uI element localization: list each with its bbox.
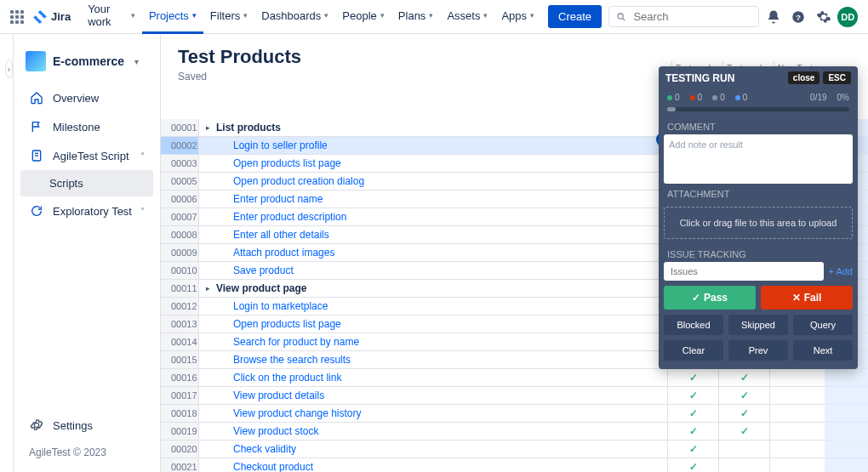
step-row[interactable]: 00021Checkout product✓ (161, 458, 868, 472)
toggle-icon[interactable]: ▸ (199, 123, 216, 132)
next-button[interactable]: Next (793, 340, 853, 361)
step-id: 00018 (161, 405, 199, 422)
step-id: 00013 (161, 316, 199, 333)
step-label[interactable]: Login to seller profile (216, 139, 667, 151)
step-id: 00009 (161, 244, 199, 261)
step-label[interactable]: View product page (216, 282, 667, 294)
result-cell[interactable]: ✓ (718, 423, 769, 440)
step-row[interactable]: 00017View product details✓✓ (161, 387, 868, 405)
result-cell[interactable] (769, 441, 820, 458)
result-cell[interactable]: ✓ (718, 369, 769, 386)
nav-item-plans[interactable]: Plans▾ (391, 0, 441, 34)
nav-item-people[interactable]: People▾ (335, 0, 391, 34)
step-id: 00012 (161, 298, 199, 315)
sidebar-item-exploratory-test[interactable]: Exploratory Test˅ (20, 196, 153, 225)
attachment-dropzone[interactable]: Click or drag file to this area to uploa… (664, 207, 853, 239)
toggle-icon[interactable]: ▸ (199, 284, 216, 293)
step-label[interactable]: Enter all other details (216, 229, 667, 241)
project-switcher[interactable]: E-commerce ▾ (20, 48, 153, 83)
panel-title: TESTING RUN (665, 72, 734, 84)
result-cell[interactable]: ✓ (667, 405, 718, 422)
collapse-sidebar-icon[interactable]: › (5, 60, 13, 78)
step-label[interactable]: Click on the product link (216, 372, 667, 384)
result-cell[interactable] (769, 423, 820, 440)
result-cell[interactable] (769, 458, 820, 472)
issue-input[interactable] (664, 262, 824, 281)
step-id: 00014 (161, 333, 199, 350)
settings-icon[interactable] (813, 6, 835, 28)
script-icon (29, 148, 44, 163)
blocked-button[interactable]: Blocked (664, 315, 723, 335)
result-cell[interactable] (769, 369, 820, 386)
step-label[interactable]: Login to marketplace (216, 300, 667, 312)
nav-item-your-work[interactable]: Your work▾ (81, 0, 142, 34)
chevron-down-icon: ▾ (134, 57, 139, 66)
result-cell[interactable]: ✓ (718, 387, 769, 404)
search-icon (616, 11, 626, 23)
clear-button[interactable]: Clear (664, 340, 723, 361)
step-id: 00010 (161, 262, 199, 279)
step-label[interactable]: Save product (216, 264, 667, 276)
sidebar-item-settings[interactable]: Settings (20, 411, 153, 440)
result-cell[interactable] (769, 387, 820, 404)
step-label[interactable]: View product details (216, 390, 667, 401)
main-content: Test Products Saved + Test prod...34813 … (160, 34, 868, 472)
search-box[interactable] (608, 6, 759, 27)
nav-item-projects[interactable]: Projects▾ (142, 0, 203, 34)
result-cell[interactable] (718, 441, 769, 458)
close-button[interactable]: close (788, 71, 820, 84)
sidebar-item-scripts[interactable]: Scripts (20, 170, 153, 196)
step-label[interactable]: Open products list page (216, 318, 667, 330)
sidebar-item-milestone[interactable]: Milestone (20, 112, 153, 141)
step-label[interactable]: View product change history (216, 407, 667, 419)
step-label[interactable]: Open products list page (216, 157, 667, 169)
step-id: 00001 (161, 119, 199, 136)
step-label[interactable]: Search for product by name (216, 336, 667, 348)
step-label[interactable]: List products (216, 122, 667, 134)
user-avatar[interactable]: DD (837, 7, 858, 27)
notifications-icon[interactable] (762, 6, 785, 28)
step-row[interactable]: 00020Check validity✓ (161, 441, 868, 458)
step-row[interactable]: 00019View product stock✓✓ (161, 423, 868, 441)
jira-logo[interactable]: Jira (32, 9, 71, 25)
prev-button[interactable]: Prev (728, 340, 788, 361)
step-row[interactable]: 00016Click on the product link✓✓ (161, 369, 868, 387)
skipped-button[interactable]: Skipped (728, 315, 788, 335)
step-label[interactable]: Browse the search results (216, 354, 667, 366)
result-cell[interactable]: ✓ (667, 458, 718, 472)
fail-button[interactable]: ✕ Fail (761, 286, 853, 310)
result-cell[interactable]: ✓ (667, 369, 718, 386)
pass-icon: ✓ (689, 407, 698, 419)
nav-item-filters[interactable]: Filters▾ (203, 0, 254, 34)
nav-item-assets[interactable]: Assets▾ (440, 0, 494, 34)
search-input[interactable] (631, 9, 751, 24)
step-label[interactable]: Attach product images (216, 247, 667, 259)
step-label[interactable]: Check validity (216, 443, 667, 455)
sidebar-item-label: Exploratory Test (53, 205, 132, 218)
sidebar-item-agiletest-script[interactable]: AgileTest Script˄ (20, 141, 153, 170)
add-issue-button[interactable]: + Add (829, 266, 853, 276)
step-label[interactable]: Enter product name (216, 193, 667, 205)
nav-item-apps[interactable]: Apps▾ (494, 0, 541, 34)
esc-hint: ESC (823, 71, 851, 84)
query-button[interactable]: Query (793, 315, 853, 335)
step-label[interactable]: View product stock (216, 425, 667, 437)
step-label[interactable]: Checkout product (216, 461, 667, 472)
result-cell[interactable] (769, 405, 820, 422)
sidebar-item-overview[interactable]: Overview (20, 83, 153, 112)
result-cell[interactable]: ✓ (667, 441, 718, 458)
nav-item-dashboards[interactable]: Dashboards▾ (254, 0, 335, 34)
app-switcher-icon[interactable] (10, 10, 24, 24)
loop-icon (29, 203, 44, 219)
pass-button[interactable]: ✓ Pass (664, 286, 756, 310)
result-cell[interactable]: ✓ (718, 405, 769, 422)
result-cell[interactable]: ✓ (667, 387, 718, 404)
comment-input[interactable]: Add note or result (664, 134, 853, 184)
help-icon[interactable]: ? (787, 6, 809, 28)
step-label[interactable]: Open product creation dialog (216, 175, 667, 187)
step-label[interactable]: Enter product description (216, 211, 667, 223)
create-button[interactable]: Create (548, 5, 602, 28)
result-cell[interactable]: ✓ (667, 423, 718, 440)
result-cell[interactable] (718, 458, 769, 472)
step-row[interactable]: 00018View product change history✓✓ (161, 405, 868, 423)
